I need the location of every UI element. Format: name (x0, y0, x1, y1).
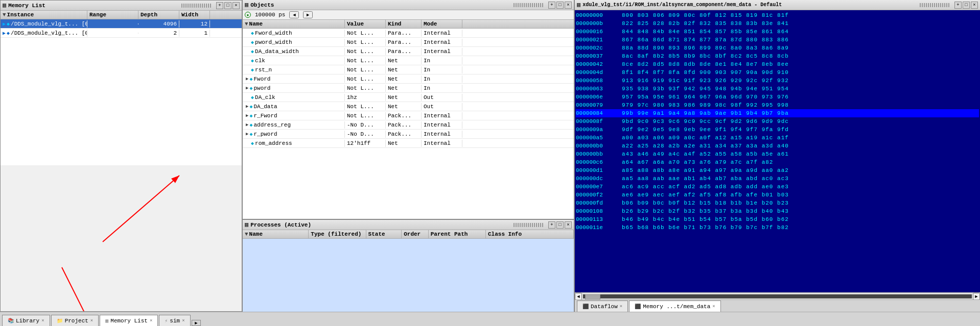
memory-data-row[interactable]: 0000011eb65 b68 b6b b6e b71 b73 b76 b79 … (576, 223, 979, 232)
tab-close-icon[interactable]: × (712, 304, 715, 309)
memory-data-row[interactable]: 00000058913 916 919 91c 91f 923 926 929 … (576, 77, 979, 85)
obj-row[interactable]: ◆ rom_address 12'h1ff Net Internal (243, 139, 574, 148)
drag-handle[interactable] (514, 3, 544, 7)
obj-row[interactable]: ◆ Fword_width Not L... Para... Internal (243, 29, 574, 38)
table-row[interactable]: ▶ ◆ /DDS_module_vlg_t... [0:1] 2 1 (1, 29, 242, 38)
memory-list-title: Memory List (8, 3, 177, 9)
obj-kind: Para... (386, 48, 422, 55)
maximize-button[interactable]: □ (556, 221, 564, 229)
memory-data-row[interactable]: 00000113b46 b49 b4c b4e b51 b54 b57 b5a … (576, 215, 979, 223)
memory-data-content[interactable]: 00000000800 803 806 809 80c 80f 812 815 … (575, 10, 980, 292)
obj-row[interactable]: ◆ rst_n Not L... Net In (243, 65, 574, 74)
tab-sim[interactable]: ⚡ sim × (159, 315, 190, 326)
col-parent-path: Parent Path (429, 230, 486, 238)
obj-row[interactable]: ▶ ◆ r_pword -No D... Pack... Internal (243, 130, 574, 139)
memory-data-panel: ▦ xdule_vlg_tst/i1/ROM_inst/altsyncram_c… (575, 0, 980, 312)
scroll-track[interactable] (583, 294, 972, 298)
obj-name: DA_clk (255, 94, 275, 101)
tab-close-icon[interactable]: × (182, 318, 184, 323)
memory-data-row[interactable]: 000000a5a00 a03 a06 a09 a0c a0f a12 a15 … (576, 134, 979, 142)
memory-data-row[interactable]: 00000000800 803 806 809 80c 80f 812 815 … (576, 11, 979, 19)
drag-handle[interactable] (920, 3, 950, 7)
col-width: Width (179, 11, 210, 19)
annotation-arrow (1, 165, 242, 311)
obj-row[interactable]: ◆ DA_data_width Not L... Para... Interna… (243, 47, 574, 56)
add-button[interactable]: + (548, 221, 555, 229)
maximize-button[interactable]: □ (556, 2, 564, 9)
tab-close-icon[interactable]: × (620, 304, 622, 309)
memory-data-row[interactable]: 00000021867 86a 86d 871 874 877 87a 87d … (576, 36, 979, 44)
memory-data-row[interactable]: 0000008f9bd 9c0 9c3 9c6 9c9 9cc 9cf 9d2 … (576, 117, 979, 126)
add-button[interactable]: + (954, 2, 962, 9)
maximize-button[interactable]: □ (963, 2, 970, 9)
col-kind: Kind (386, 20, 422, 28)
tab-dataflow[interactable]: ⬛ Dataflow × (577, 300, 628, 312)
tab-library[interactable]: 📚 Library × (2, 315, 50, 326)
processes-body (243, 239, 574, 312)
memory-data-row[interactable]: 0000009a9df 9e2 9e5 9e8 9eb 9ee 9f1 9f4 … (576, 126, 979, 134)
scroll-right-button[interactable]: ► (973, 293, 980, 300)
tab-memory-list[interactable]: ▦ Memory List × (100, 315, 158, 326)
memory-data-row[interactable]: 00000108b26 b29 b2c b2f b32 b35 b37 b3a … (576, 207, 979, 215)
mem-addr: 0000002c (576, 45, 622, 51)
sort-icon: ▼ (3, 12, 6, 18)
memory-data-row[interactable]: 00000063935 938 93b 93f 942 945 948 94b … (576, 85, 979, 93)
maximize-button[interactable]: □ (224, 2, 231, 9)
scroll-left-button[interactable]: ◄ (575, 293, 582, 300)
memory-data-row[interactable]: 000000f2ae6 ae9 aec aef af2 af5 af8 afb … (576, 191, 979, 199)
memory-data-row[interactable]: 0000008499b 99e 9a1 9a4 9a8 9ab 9ae 9b1 … (576, 109, 979, 117)
prev-button[interactable]: ◄ (289, 11, 299, 18)
obj-kind: Pack... (386, 112, 422, 119)
memory-data-row[interactable]: 000000e7ac6 ac9 acc acf ad2 ad5 ad8 adb … (576, 183, 979, 191)
add-button[interactable]: + (548, 2, 555, 9)
mem-values: ac6 ac9 acc acf ad2 ad5 ad8 adb add ae0 … (622, 184, 789, 190)
scroll-tabs-right[interactable]: ► (192, 320, 201, 326)
tab-project[interactable]: 📁 Project × (51, 315, 99, 326)
horizontal-scrollbar[interactable]: ◄ ► (575, 292, 980, 299)
memory-data-row[interactable]: 000000fdb06 b09 b0c b0f b12 b15 b18 b1b … (576, 199, 979, 207)
obj-value: Not L... (345, 48, 386, 55)
memory-data-row[interactable]: 000000dcaa5 aa8 aab aae ab1 ab4 ab7 aba … (576, 174, 979, 183)
memory-data-row[interactable]: 000000378ac 8af 8b2 8b5 8b9 8bc 8bf 8c2 … (576, 52, 979, 60)
obj-kind: Net (386, 66, 422, 73)
drag-handle[interactable] (514, 223, 544, 227)
memory-data-row[interactable]: 000000428ce 8d2 8d5 8d8 8db 8de 8e1 8e4 … (576, 60, 979, 68)
memory-data-row[interactable]: 0000006e957 95a 95e 961 964 967 96a 96d … (576, 93, 979, 101)
obj-row[interactable]: ▶ ◆ Fword Not L... Net In (243, 74, 574, 84)
obj-row[interactable]: ▶ ◆ DA_data Not L... Net Out (243, 102, 574, 111)
mem-addr: 00000084 (576, 110, 622, 116)
tab-mem-data[interactable]: ⬛ Memory ...t/mem_data × (629, 300, 720, 312)
memory-data-row[interactable]: 000000b0a22 a25 a28 a2b a2e a31 a34 a37 … (576, 142, 979, 150)
memory-data-row[interactable]: 00000016844 848 84b 84e 851 854 857 85b … (576, 28, 979, 36)
drag-handle[interactable] (181, 4, 212, 8)
memory-data-row[interactable]: 000000d1a85 a88 a8b a8e a91 a94 a97 a9a … (576, 166, 979, 174)
obj-row[interactable]: ◆ pword_width Not L... Para... Internal (243, 38, 574, 47)
objects-title: Objects (250, 2, 509, 8)
table-row[interactable]: ▶ ◆ /DDS_module_vlg_t... [0:4095] 4096 1… (1, 19, 242, 29)
obj-row[interactable]: ◆ clk Not L... Net In (243, 56, 574, 65)
tab-close-icon[interactable]: × (150, 318, 152, 323)
obj-row[interactable]: ▶ ◆ r_Fword Not L... Pack... Internal (243, 111, 574, 120)
memory-data-row[interactable]: 000000bba43 a46 a49 a4c a4f a52 a55 a58 … (576, 150, 979, 158)
obj-row[interactable]: ▶ ◆ address_reg -No D... Pack... Interna… (243, 120, 574, 130)
close-button[interactable]: × (565, 2, 572, 9)
obj-name: DA_data_width (255, 48, 299, 55)
memory-data-row[interactable]: 0000004d8f1 8f4 8f7 8fa 8fd 900 903 907 … (576, 68, 979, 77)
next-button[interactable]: ► (303, 11, 313, 18)
close-button[interactable]: × (565, 221, 572, 229)
memory-data-row[interactable]: 00000079979 97c 980 983 986 989 98c 98f … (576, 101, 979, 109)
obj-mode: Internal (422, 121, 462, 129)
tab-close-icon[interactable]: × (90, 318, 93, 323)
memory-data-row[interactable]: 0000002c88a 88d 890 893 896 899 89c 8a0 … (576, 44, 979, 52)
signal-icon: ◆ (249, 113, 252, 119)
add-button[interactable]: + (216, 2, 223, 9)
memory-data-row[interactable]: 0000000b822 825 828 82b 82f 832 835 838 … (576, 19, 979, 28)
tab-close-icon[interactable]: × (41, 318, 44, 323)
close-button[interactable]: × (232, 2, 240, 9)
obj-mode: Internal (422, 131, 462, 138)
obj-row[interactable]: ▶ ◆ pword Not L... Net In (243, 84, 574, 93)
close-button[interactable]: × (971, 2, 978, 9)
memory-data-row[interactable]: 000000c6a64 a67 a6a a70 a73 a76 a79 a7c … (576, 158, 979, 166)
col-state: State (366, 230, 402, 238)
obj-row[interactable]: ◆ DA_clk 1hz Net Out (243, 93, 574, 102)
